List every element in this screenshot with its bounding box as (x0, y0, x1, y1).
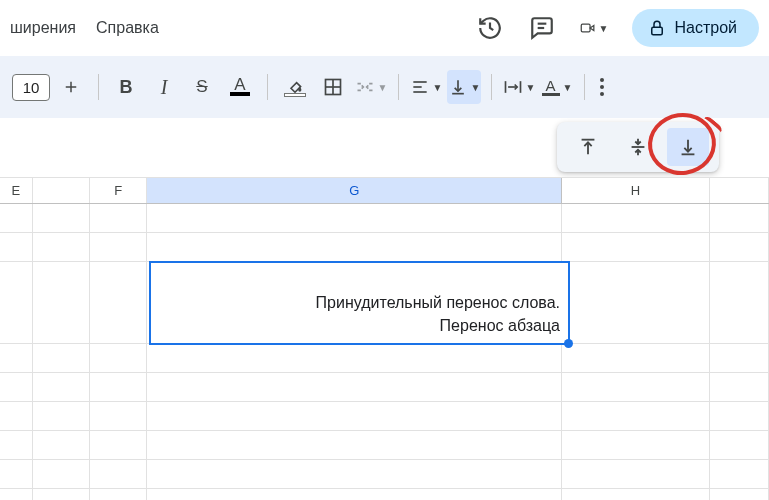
svg-point-19 (600, 85, 604, 89)
chevron-down-icon: ▼ (563, 82, 573, 93)
horizontal-align-button[interactable]: ▼ (409, 70, 443, 104)
valign-top-option[interactable] (567, 128, 609, 166)
menu-help[interactable]: Справка (96, 19, 159, 37)
column-headers: E F G H (0, 177, 769, 204)
comment-icon[interactable] (528, 14, 556, 42)
separator (398, 74, 399, 100)
borders-button[interactable] (316, 70, 350, 104)
svg-point-20 (600, 92, 604, 96)
separator (98, 74, 99, 100)
font-size-increase[interactable] (54, 70, 88, 104)
valign-middle-option[interactable] (617, 128, 659, 166)
separator (584, 74, 585, 100)
chevron-down-icon: ▼ (526, 82, 536, 93)
active-cell[interactable]: Принудительный перенос слова. Перенос аб… (149, 261, 570, 345)
valign-bottom-option[interactable] (667, 128, 709, 166)
table-row[interactable] (0, 233, 769, 262)
table-row[interactable] (0, 344, 769, 373)
table-row[interactable] (0, 204, 769, 233)
strikethrough-button[interactable]: S (185, 70, 219, 104)
chevron-down-icon: ▼ (378, 82, 388, 93)
vertical-align-button[interactable]: ▼ (447, 70, 481, 104)
text-wrap-button[interactable]: ▼ (502, 70, 536, 104)
spreadsheet-grid[interactable]: E F G H Принудительный перенос слова. Пе… (0, 177, 769, 500)
separator (491, 74, 492, 100)
grid-body[interactable]: Принудительный перенос слова. Перенос аб… (0, 204, 769, 500)
toolbar: 10 B I S A ▼ ▼ ▼ ▼ A ▼ (0, 56, 769, 118)
table-row[interactable] (0, 373, 769, 402)
header-actions: ▼ Настрой (476, 9, 759, 47)
fill-color-button[interactable] (278, 70, 312, 104)
table-row[interactable] (0, 431, 769, 460)
chevron-down-icon: ▼ (433, 82, 443, 93)
history-icon[interactable] (476, 14, 504, 42)
text-rotation-button[interactable]: A ▼ (540, 70, 574, 104)
app-header: ширения Справка ▼ Настрой (0, 0, 769, 56)
cell-text-line1: Принудительный перенос слова. (159, 291, 560, 314)
share-button[interactable]: Настрой (632, 9, 759, 47)
col-header-next[interactable] (710, 178, 769, 203)
svg-rect-4 (652, 27, 663, 35)
col-header-blank[interactable] (33, 178, 90, 203)
col-header-h[interactable]: H (562, 178, 709, 203)
col-header-e[interactable]: E (0, 178, 33, 203)
col-header-f[interactable]: F (90, 178, 147, 203)
table-row[interactable] (0, 402, 769, 431)
more-icon[interactable] (595, 70, 609, 104)
merge-cells-button[interactable]: ▼ (354, 70, 388, 104)
col-header-g[interactable]: G (147, 178, 562, 203)
chevron-down-icon: ▼ (471, 82, 481, 93)
menu-bar: ширения Справка (10, 19, 159, 37)
table-row[interactable] (0, 489, 769, 500)
cell-text-line2: Перенос абзаца (159, 314, 560, 337)
svg-rect-2 (582, 24, 591, 32)
text-color-button[interactable]: A (223, 70, 257, 104)
bold-button[interactable]: B (109, 70, 143, 104)
font-size-input[interactable]: 10 (12, 74, 50, 101)
menu-extensions[interactable]: ширения (10, 19, 76, 37)
separator (267, 74, 268, 100)
table-row[interactable] (0, 460, 769, 489)
lock-icon (648, 19, 666, 37)
italic-button[interactable]: I (147, 70, 181, 104)
svg-point-18 (600, 78, 604, 82)
share-label: Настрой (674, 19, 737, 37)
chevron-down-icon: ▼ (599, 23, 609, 34)
vertical-align-popup (557, 122, 719, 172)
meet-icon[interactable]: ▼ (580, 14, 608, 42)
selection-handle[interactable] (564, 339, 573, 348)
